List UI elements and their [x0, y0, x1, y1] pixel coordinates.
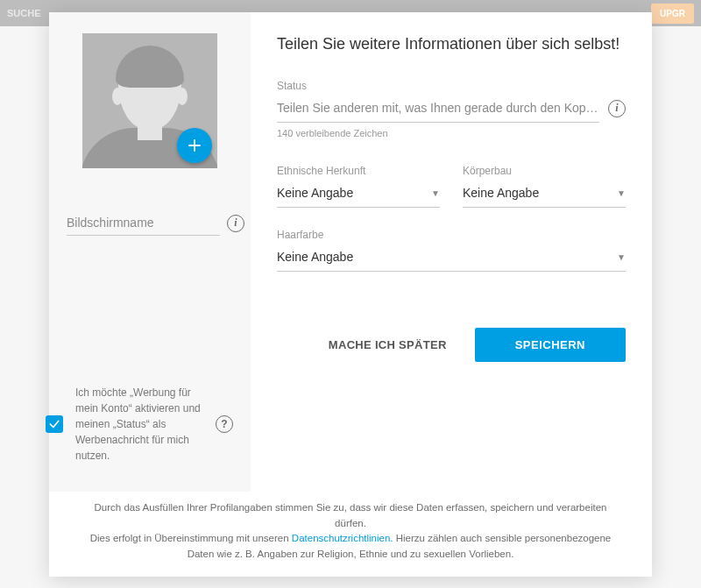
chevron-down-icon: ▼ — [617, 188, 626, 198]
body-value: Keine Angabe — [463, 186, 539, 200]
hair-value: Keine Angabe — [277, 250, 353, 264]
selects-row-2: Haarfarbe Keine Angabe ▼ — [277, 229, 626, 272]
status-label: Status — [277, 80, 626, 92]
footer-line1: Durch das Ausfüllen Ihrer Profilangaben … — [95, 502, 607, 528]
privacy-link[interactable]: Datenschutzrichtlinien. — [292, 533, 393, 543]
ethnicity-select[interactable]: Keine Angabe ▼ — [277, 179, 440, 208]
hair-select[interactable]: Keine Angabe ▼ — [277, 243, 626, 272]
status-block: Status i 140 verbleibende Zeichen — [277, 80, 626, 138]
ethnicity-group: Ethnische Herkunft Keine Angabe ▼ — [277, 165, 440, 208]
profile-modal: i Ich möchte „Werbung für mein Konto“ ak… — [49, 12, 652, 577]
chevron-down-icon: ▼ — [431, 188, 440, 198]
modal-body: i Ich möchte „Werbung für mein Konto“ ak… — [49, 12, 652, 492]
later-button[interactable]: MACHE ICH SPÄTER — [316, 328, 459, 362]
consent-text: Ich möchte „Werbung für mein Konto“ akti… — [75, 385, 207, 464]
selects-row-1: Ethnische Herkunft Keine Angabe ▼ Körper… — [277, 165, 626, 208]
screenname-row: i — [67, 210, 233, 236]
ethnicity-label: Ethnische Herkunft — [277, 165, 440, 177]
screenname-input[interactable] — [67, 210, 220, 236]
avatar-container — [82, 33, 217, 168]
avatar-add-button[interactable] — [177, 128, 212, 163]
right-column: Teilen Sie weitere Informationen über si… — [251, 12, 652, 492]
consent-row: Ich möchte „Werbung für mein Konto“ akti… — [67, 262, 233, 464]
save-button[interactable]: SPEICHERN — [475, 328, 626, 362]
left-column: i Ich möchte „Werbung für mein Konto“ ak… — [49, 12, 251, 492]
actions-row: MACHE ICH SPÄTER SPEICHERN — [277, 328, 626, 362]
consent-checkbox[interactable] — [46, 415, 63, 433]
body-label: Körperbau — [463, 165, 626, 177]
plus-icon — [187, 138, 202, 153]
footer-line2a: Dies erfolgt in Übereinstimmung mit unse… — [90, 533, 292, 543]
status-input[interactable] — [277, 94, 599, 123]
ethnicity-value: Keine Angabe — [277, 186, 353, 200]
body-select[interactable]: Keine Angabe ▼ — [463, 179, 626, 208]
help-icon[interactable]: ? — [216, 415, 233, 433]
body-group: Körperbau Keine Angabe ▼ — [463, 165, 626, 208]
info-icon[interactable]: i — [227, 215, 244, 232]
info-icon[interactable]: i — [608, 100, 626, 117]
chevron-down-icon: ▼ — [617, 252, 626, 262]
check-icon — [48, 418, 60, 430]
status-counter: 140 verbleibende Zeichen — [277, 128, 626, 138]
hair-group: Haarfarbe Keine Angabe ▼ — [277, 229, 626, 272]
hair-label: Haarfarbe — [277, 229, 626, 241]
modal-title: Teilen Sie weitere Informationen über si… — [277, 35, 626, 53]
footer-disclaimer: Durch das Ausfüllen Ihrer Profilangaben … — [49, 492, 652, 577]
